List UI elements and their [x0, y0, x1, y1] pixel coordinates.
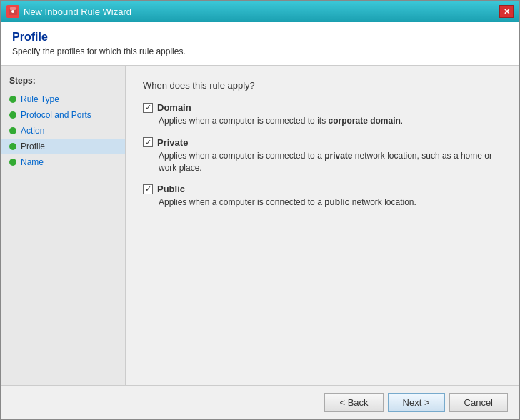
private-checkbox[interactable]: ✓	[143, 137, 153, 147]
private-option: ✓ Private Applies when a computer is con…	[143, 137, 502, 174]
public-option: ✓ Public Applies when a computer is conn…	[143, 184, 502, 209]
question-text: When does this rule apply?	[143, 80, 502, 91]
page-description: Specify the profiles for which this rule…	[12, 46, 508, 56]
sidebar-item-label: Action	[21, 126, 44, 136]
private-description: Applies when a computer is connected to …	[159, 150, 502, 174]
next-button[interactable]: Next >	[388, 393, 445, 412]
step-dot-protocol-ports	[9, 111, 16, 119]
sidebar: Steps: Rule Type Protocol and Ports Acti…	[1, 66, 126, 385]
sidebar-item-label: Rule Type	[21, 94, 59, 104]
content-area: Profile Specify the profiles for which t…	[1, 22, 519, 419]
public-highlight: public	[324, 197, 349, 207]
domain-highlight: corporate domain	[328, 116, 400, 126]
public-header: ✓ Public	[143, 184, 502, 194]
sidebar-item-rule-type[interactable]: Rule Type	[1, 91, 125, 107]
private-highlight: private	[324, 151, 352, 161]
sidebar-item-label: Protocol and Ports	[21, 110, 91, 120]
title-bar-left: New Inbound Rule Wizard	[6, 5, 131, 18]
sidebar-item-action[interactable]: Action	[1, 123, 125, 139]
page-title: Profile	[12, 31, 508, 44]
sidebar-header: Steps:	[1, 73, 125, 91]
step-dot-action	[9, 127, 16, 134]
step-dot-name	[9, 159, 16, 166]
domain-label: Domain	[157, 102, 191, 113]
svg-rect-1	[10, 7, 16, 10]
public-description: Applies when a computer is connected to …	[159, 196, 502, 209]
right-panel: When does this rule apply? ✓ Domain Appl…	[126, 66, 519, 385]
header-section: Profile Specify the profiles for which t…	[1, 22, 519, 66]
step-dot-rule-type	[9, 96, 16, 103]
svg-point-2	[11, 10, 14, 13]
private-header: ✓ Private	[143, 137, 502, 148]
sidebar-item-label: Name	[21, 157, 44, 167]
sidebar-item-protocol-ports[interactable]: Protocol and Ports	[1, 107, 125, 123]
wizard-window: New Inbound Rule Wizard ✕ Profile Specif…	[0, 0, 520, 420]
main-section: Steps: Rule Type Protocol and Ports Acti…	[1, 66, 519, 385]
domain-option: ✓ Domain Applies when a computer is conn…	[143, 102, 502, 127]
sidebar-item-profile[interactable]: Profile	[1, 139, 125, 154]
public-checkbox[interactable]: ✓	[143, 184, 153, 194]
back-button[interactable]: < Back	[324, 393, 383, 412]
domain-header: ✓ Domain	[143, 102, 502, 113]
public-label: Public	[157, 184, 185, 194]
sidebar-item-name[interactable]: Name	[1, 154, 125, 170]
close-button[interactable]: ✕	[499, 5, 514, 18]
private-label: Private	[157, 137, 188, 148]
title-bar: New Inbound Rule Wizard ✕	[1, 1, 519, 22]
app-icon	[6, 5, 19, 18]
window-title: New Inbound Rule Wizard	[24, 6, 131, 17]
sidebar-item-label: Profile	[21, 141, 45, 151]
cancel-button[interactable]: Cancel	[449, 393, 508, 412]
domain-description: Applies when a computer is connected to …	[159, 115, 502, 127]
step-dot-profile	[9, 143, 16, 150]
domain-checkbox[interactable]: ✓	[143, 103, 153, 113]
footer: < Back Next > Cancel	[1, 385, 519, 419]
